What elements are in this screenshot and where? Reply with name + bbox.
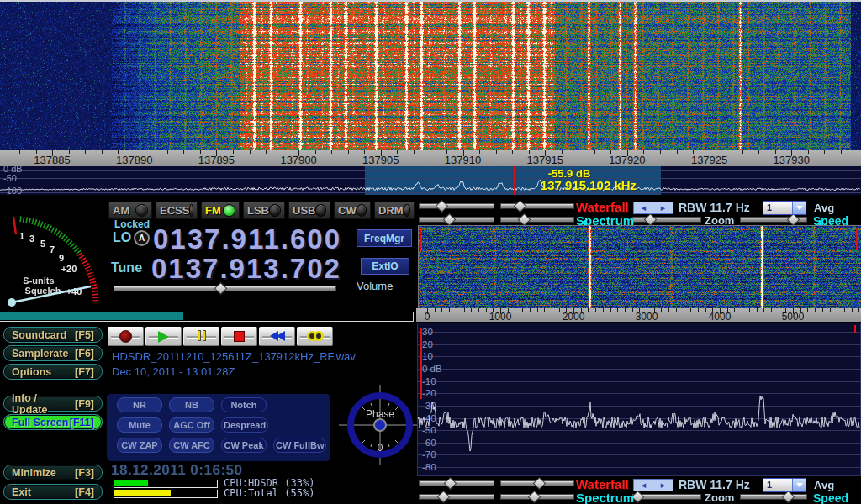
rbw-spinner[interactable]: ◂▸ [633, 479, 673, 491]
loop-button[interactable] [297, 327, 333, 346]
slider-thumb[interactable] [443, 213, 457, 227]
dsp-button-notch[interactable]: Notch [221, 397, 267, 412]
slider-thumb[interactable] [214, 282, 228, 296]
spin-left-icon[interactable]: ◂ [642, 480, 647, 491]
slider-thumb[interactable] [782, 491, 795, 504]
audio-scale-tick [771, 308, 772, 312]
freq-tick [824, 150, 825, 154]
slider-thumb[interactable] [514, 200, 527, 213]
freq-scale-label: 137895 [198, 154, 235, 166]
slider-thumb[interactable] [437, 491, 451, 504]
freq-tick [430, 150, 430, 154]
slider-track [419, 494, 494, 500]
mode-button-usb[interactable]: USB [288, 202, 330, 219]
freq-scale-label: 137925 [691, 154, 727, 166]
spin-right-icon[interactable]: ▸ [661, 480, 666, 491]
button-label: Info / Update [12, 392, 75, 416]
spin-left-icon[interactable]: ◂ [642, 202, 647, 213]
rbw-spinner[interactable]: ◂▸ [633, 202, 673, 214]
mode-button-ecss[interactable]: ECSS [156, 202, 198, 219]
dsp-button-mute[interactable]: Mute [117, 417, 162, 433]
smeter-tick-label: 1 [19, 231, 24, 241]
button-fkey: [F9] [75, 398, 94, 410]
combo-dropdown-icon[interactable] [792, 479, 806, 491]
display-slider[interactable] [419, 492, 494, 501]
display-slider[interactable] [500, 479, 574, 488]
audio-scale-tick [858, 308, 859, 312]
volume-label: Volume [357, 280, 393, 292]
lo-frequency-display[interactable]: 0137.911.600 [153, 223, 341, 255]
display-slider[interactable] [419, 479, 494, 488]
left-button-options[interactable]: Options[F7] [3, 364, 103, 380]
volume-slider[interactable] [114, 284, 336, 293]
recorder-button-row [108, 327, 333, 346]
dsp-button-cw-afc[interactable]: CW AFC [169, 438, 214, 453]
audio-frequency-scale[interactable]: 010002000300040005000 [416, 308, 861, 322]
display-slider[interactable] [419, 215, 494, 224]
dsp-button-agc-off[interactable]: AGC Off [169, 417, 214, 433]
squelch-level-bar[interactable] [0, 312, 414, 322]
mode-button-drm[interactable]: DRM [374, 202, 415, 219]
avg-select[interactable]: 1 [763, 478, 806, 492]
dsp-button-cw-fullbw[interactable]: CW FullBw [273, 438, 326, 453]
tune-frequency-display[interactable]: 0137.913.702 [151, 253, 341, 285]
slider-thumb[interactable] [533, 477, 547, 491]
stop-icon [234, 331, 245, 342]
audio-scale-tick [486, 308, 487, 312]
slider-thumb[interactable] [528, 491, 541, 504]
slider-thumb[interactable] [787, 213, 800, 227]
freqmgr-button[interactable]: FreqMgr [357, 229, 412, 247]
main-spectrum-display[interactable]: 0 dB -50 -100 -55.9 dB 137.915.102 kHz [0, 166, 861, 195]
audio-spectrum-display[interactable]: 3020100 dB-10-20-30-40-50-60-70-80 [417, 323, 861, 476]
display-slider[interactable] [632, 492, 701, 501]
stop-button[interactable] [221, 327, 257, 346]
left-button-info-update[interactable]: Info / Update[F9] [3, 396, 103, 412]
freq-scale-label: 137890 [116, 154, 152, 166]
display-slider[interactable] [500, 492, 574, 501]
lock-icon[interactable]: A [134, 230, 150, 246]
left-button-soundcard[interactable]: Soundcard[F5] [3, 327, 103, 343]
pause-icon [197, 329, 207, 344]
display-slider[interactable] [500, 215, 574, 224]
main-waterfall-display[interactable] [0, 2, 861, 150]
display-slider[interactable] [632, 215, 701, 224]
record-button[interactable] [108, 327, 144, 346]
slider-thumb[interactable] [436, 200, 449, 213]
left-button-samplerate[interactable]: Samplerate[F6] [3, 345, 103, 361]
left-button-full-screen[interactable]: Full Screen[F11] [3, 414, 103, 430]
slider-thumb[interactable] [644, 213, 658, 227]
rewind-button[interactable] [259, 327, 295, 346]
frequency-scale[interactable]: 1378851378901378951379001379051379101379… [0, 150, 861, 166]
left-button-exit[interactable]: Exit[F4] [3, 484, 103, 500]
display-slider[interactable] [419, 202, 494, 211]
dsp-button-nb[interactable]: NB [169, 397, 214, 412]
display-slider[interactable] [740, 492, 807, 501]
display-slider[interactable] [500, 202, 574, 211]
waterfall-tab[interactable]: Waterfall [576, 200, 629, 214]
dsp-button-cw-peak[interactable]: CW Peak [221, 438, 267, 453]
combo-dropdown-icon[interactable] [792, 202, 806, 214]
audio-waterfall-display[interactable] [418, 225, 861, 309]
slider-thumb[interactable] [444, 477, 457, 491]
play-button[interactable] [145, 327, 182, 346]
audio-scale-tick [734, 308, 735, 312]
mode-button-fm[interactable]: FM [201, 202, 240, 219]
dsp-button-despread[interactable]: Despread [221, 417, 268, 433]
mode-button-am[interactable]: AM [108, 202, 152, 219]
dsp-button-cw-zap[interactable]: CW ZAP [117, 438, 162, 453]
display-slider[interactable] [740, 215, 807, 224]
waterfall-tab[interactable]: Waterfall [576, 477, 629, 491]
button-fkey: [F6] [75, 348, 94, 360]
spin-right-icon[interactable]: ▸ [661, 202, 666, 213]
mode-button-lsb[interactable]: LSB [243, 202, 285, 219]
spectrum-tab[interactable]: Spectrum [576, 491, 634, 504]
avg-select[interactable]: 1 [763, 201, 806, 215]
slider-thumb[interactable] [518, 213, 531, 227]
left-button-minimize[interactable]: Minimize[F3] [3, 465, 103, 480]
mode-led-icon [189, 204, 193, 217]
dsp-button-nr[interactable]: NR [117, 397, 162, 412]
mode-led-icon [404, 204, 410, 217]
extio-button[interactable]: ExtIO [361, 258, 409, 275]
mode-button-cw[interactable]: CW [334, 202, 371, 219]
pause-button[interactable] [183, 327, 219, 346]
